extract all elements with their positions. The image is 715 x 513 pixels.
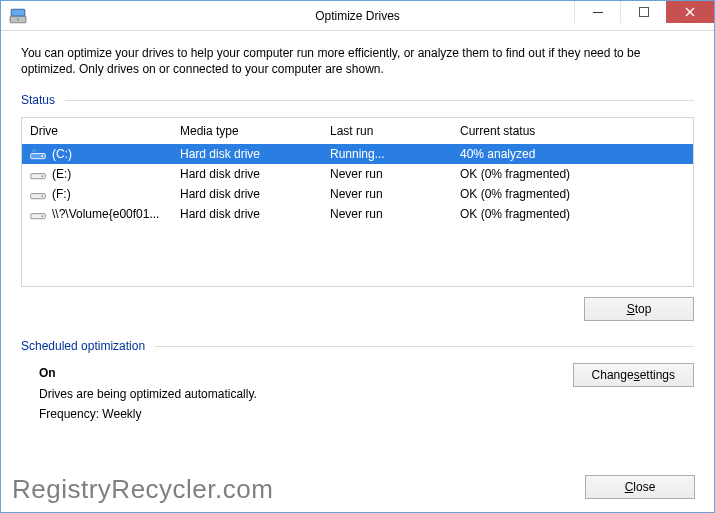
drive-name: \\?\Volume{e00f01... <box>52 207 159 221</box>
drive-media: Hard disk drive <box>172 144 322 164</box>
svg-rect-3 <box>639 8 648 17</box>
watermark-text: RegistryRecycler.com <box>12 474 273 505</box>
col-drive[interactable]: Drive <box>22 118 172 144</box>
drive-last-run: Running... <box>322 144 452 164</box>
col-media[interactable]: Media type <box>172 118 322 144</box>
close-button[interactable]: Close <box>585 475 695 499</box>
drive-media: Hard disk drive <box>172 204 322 224</box>
drive-status: OK (0% fragmented) <box>452 204 693 224</box>
drives-table: Drive Media type Last run Current status… <box>22 118 693 224</box>
stop-button[interactable]: Stop <box>584 297 694 321</box>
drive-name: (C:) <box>52 147 72 161</box>
drive-last-run: Never run <box>322 184 452 204</box>
drive-name: (F:) <box>52 187 71 201</box>
status-section-header: Status <box>21 93 694 107</box>
svg-point-2 <box>17 18 19 20</box>
drives-listbox[interactable]: Drive Media type Last run Current status… <box>21 117 694 287</box>
svg-point-12 <box>41 216 43 218</box>
section-rule <box>65 100 694 101</box>
scheduled-frequency: Frequency: Weekly <box>39 404 257 424</box>
drive-last-run: Never run <box>322 204 452 224</box>
table-row[interactable]: (C:)Hard disk driveRunning...40% analyze… <box>22 144 693 164</box>
col-status[interactable]: Current status <box>452 118 693 144</box>
svg-rect-1 <box>11 9 25 16</box>
table-header-row: Drive Media type Last run Current status <box>22 118 693 144</box>
drive-media: Hard disk drive <box>172 184 322 204</box>
scheduled-label: Scheduled optimization <box>21 339 145 353</box>
window-controls <box>574 1 714 30</box>
titlebar: Optimize Drives <box>1 1 714 31</box>
svg-point-10 <box>41 196 43 198</box>
drive-name: (E:) <box>52 167 71 181</box>
drive-status: 40% analyzed <box>452 144 693 164</box>
drive-status: OK (0% fragmented) <box>452 164 693 184</box>
scheduled-state: On <box>39 363 257 383</box>
svg-point-8 <box>41 176 43 178</box>
svg-rect-6 <box>32 149 36 152</box>
close-window-button[interactable] <box>666 1 714 23</box>
status-label: Status <box>21 93 55 107</box>
section-rule <box>155 346 694 347</box>
table-row[interactable]: (F:)Hard disk driveNever runOK (0% fragm… <box>22 184 693 204</box>
app-icon <box>9 7 27 25</box>
drive-status: OK (0% fragmented) <box>452 184 693 204</box>
maximize-button[interactable] <box>620 1 666 23</box>
scheduled-info: On Drives are being optimized automatica… <box>39 363 257 424</box>
table-row[interactable]: (E:)Hard disk driveNever runOK (0% fragm… <box>22 164 693 184</box>
col-last[interactable]: Last run <box>322 118 452 144</box>
svg-point-5 <box>41 156 43 158</box>
scheduled-desc: Drives are being optimized automatically… <box>39 384 257 404</box>
stop-accesskey: S <box>627 302 635 316</box>
change-settings-button[interactable]: Change settings <box>573 363 694 387</box>
table-row[interactable]: \\?\Volume{e00f01...Hard disk driveNever… <box>22 204 693 224</box>
description-text: You can optimize your drives to help you… <box>21 45 694 77</box>
drive-last-run: Never run <box>322 164 452 184</box>
scheduled-section-header: Scheduled optimization <box>21 339 694 353</box>
drive-media: Hard disk drive <box>172 164 322 184</box>
minimize-button[interactable] <box>574 1 620 23</box>
